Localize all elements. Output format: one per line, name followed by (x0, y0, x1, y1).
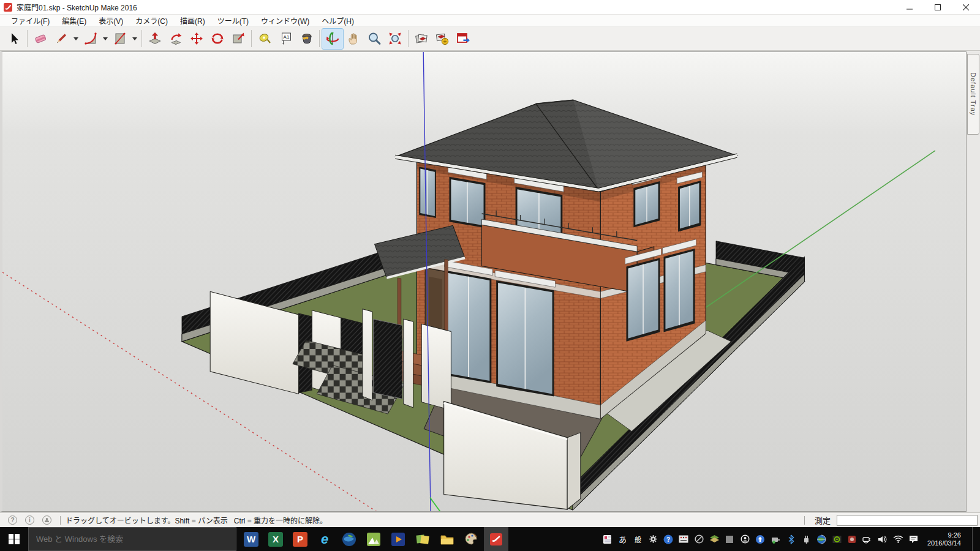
offset-tool-button[interactable] (228, 29, 249, 49)
maximize-button[interactable] (924, 0, 952, 15)
sync-disabled-icon[interactable] (694, 534, 704, 544)
tray-help-icon[interactable]: ? (663, 534, 674, 544)
measurement-input[interactable] (837, 515, 978, 526)
bluetooth-glyph (788, 534, 794, 544)
taskbar-app-internet-explorer[interactable]: e (312, 527, 337, 551)
paint-icon (464, 532, 479, 547)
rotated-rectangle-tool-dropdown[interactable] (130, 29, 139, 49)
taskbar-app-word[interactable]: W (239, 527, 263, 551)
taskbar-apps: W X P e (239, 527, 508, 551)
orbit-tool-button[interactable] (322, 29, 343, 49)
get-models-button[interactable] (411, 29, 432, 49)
text-tool-button[interactable]: A1 (275, 29, 296, 49)
gray-app-tray-icon[interactable] (725, 534, 735, 544)
model-viewport[interactable] (0, 51, 967, 512)
model-scene (2, 52, 966, 511)
menu-item-draw[interactable]: 描画(R) (174, 14, 211, 27)
search-input[interactable] (29, 534, 236, 544)
nvidia-tray-icon[interactable] (832, 534, 842, 544)
sketchup-logo-icon (3, 2, 13, 12)
move-icon (189, 31, 204, 46)
network-globe-icon[interactable] (816, 534, 827, 544)
menu-item-view[interactable]: 表示(V) (92, 14, 129, 27)
rotate-tool-button[interactable] (207, 29, 228, 49)
bluetooth-icon[interactable] (786, 534, 796, 544)
graphics-tray-icon[interactable] (847, 534, 858, 544)
start-button[interactable] (0, 527, 28, 551)
move-tool-button[interactable] (186, 29, 207, 49)
pan-tool-button[interactable] (343, 29, 364, 49)
rotate-icon (210, 31, 225, 46)
taskbar-app-media-player[interactable] (386, 527, 410, 551)
ime-mode-icon[interactable]: 般 (633, 534, 643, 544)
ime-hiragana-icon[interactable]: あ (617, 534, 628, 544)
arc-tool-dropdown[interactable] (101, 29, 110, 49)
taskbar-app-sketchup[interactable] (484, 527, 508, 551)
keyboard-tray-icon[interactable] (679, 534, 689, 544)
menu-item-camera[interactable]: カメラ(C) (129, 14, 174, 27)
rotated-rectangle-tool-button[interactable] (110, 29, 130, 49)
clock-time: 9:26 (927, 531, 961, 539)
wifi-icon[interactable] (893, 534, 903, 544)
menu-item-file[interactable]: ファイル(F) (5, 14, 56, 27)
line-tool-button[interactable] (51, 29, 72, 49)
sticky-notes-icon (415, 532, 430, 547)
eraser-tool-button[interactable] (30, 29, 51, 49)
update-tray-icon[interactable] (755, 534, 766, 544)
taskbar-app-excel[interactable]: X (263, 527, 288, 551)
taskbar-app-picasa[interactable] (361, 527, 386, 551)
powerpoint-icon: P (293, 532, 307, 547)
extension-warehouse-button[interactable] (453, 29, 473, 49)
close-button[interactable] (952, 0, 980, 15)
account-tray-icon[interactable] (740, 534, 750, 544)
minimize-icon (907, 4, 913, 10)
taskbar-app-powerpoint[interactable]: P (288, 527, 312, 551)
taskbar-clock[interactable]: 9:26 2016/03/14 (924, 531, 967, 547)
action-center-glyph (909, 535, 918, 544)
menu-item-edit[interactable]: 編集(E) (56, 14, 92, 27)
power-tray-icon[interactable] (862, 534, 873, 544)
usb-device-icon[interactable] (771, 534, 781, 544)
taskbar-app-paint[interactable] (459, 527, 484, 551)
line-tool-dropdown[interactable] (72, 29, 80, 49)
nvidia-glyph (832, 535, 842, 544)
media-player-icon (391, 532, 405, 547)
folder-icon (440, 532, 454, 547)
zoom-tool-button[interactable] (364, 29, 385, 49)
minimize-button[interactable] (895, 0, 924, 15)
ime-pad-icon[interactable] (602, 534, 612, 544)
usb-plug-icon[interactable] (801, 534, 812, 544)
volume-icon[interactable] (878, 534, 888, 544)
paint-bucket-tool-button[interactable] (296, 29, 317, 49)
action-center-icon[interactable] (908, 534, 919, 544)
power-plug-glyph (862, 535, 872, 544)
taskbar-app-google-earth[interactable] (337, 527, 361, 551)
ime-pad-glyph (603, 534, 612, 544)
taskbar-app-sticky-notes[interactable] (410, 527, 435, 551)
tray-settings-icon[interactable] (648, 534, 658, 544)
internet-explorer-icon: e (317, 532, 332, 547)
toolbar-separator (27, 30, 28, 47)
menu-item-help[interactable]: ヘルプ(H) (315, 14, 360, 27)
select-tool-button[interactable] (4, 29, 24, 49)
share-model-icon (435, 31, 450, 46)
menu-item-window[interactable]: ウィンドウ(W) (255, 14, 315, 27)
geolocation-icon[interactable]: ? (8, 515, 17, 525)
window-title: 家庭門01.skp - SketchUp Make 2016 (17, 2, 137, 12)
push-pull-tool-button[interactable] (145, 29, 165, 49)
tape-measure-tool-button[interactable] (254, 29, 275, 49)
follow-me-tool-button[interactable] (165, 29, 186, 49)
status-bar: ? i ドラッグしてオービットします。Shift = パン表示 Ctrl = 重… (0, 512, 980, 527)
share-model-button[interactable] (432, 29, 453, 49)
arc-tool-button[interactable] (80, 29, 101, 49)
show-desktop-button[interactable] (972, 527, 975, 551)
keyboard-glyph (679, 535, 688, 543)
menu-item-tools[interactable]: ツール(T) (211, 14, 255, 27)
taskbar-app-file-explorer[interactable] (435, 527, 459, 551)
zoom-extents-tool-button[interactable] (385, 29, 405, 49)
default-tray-tab[interactable]: Default Tray (967, 54, 979, 135)
sign-in-icon[interactable] (42, 515, 51, 525)
taskbar-search[interactable] (28, 527, 236, 551)
layers-tray-icon[interactable] (709, 534, 720, 544)
credits-icon[interactable]: i (25, 515, 34, 525)
